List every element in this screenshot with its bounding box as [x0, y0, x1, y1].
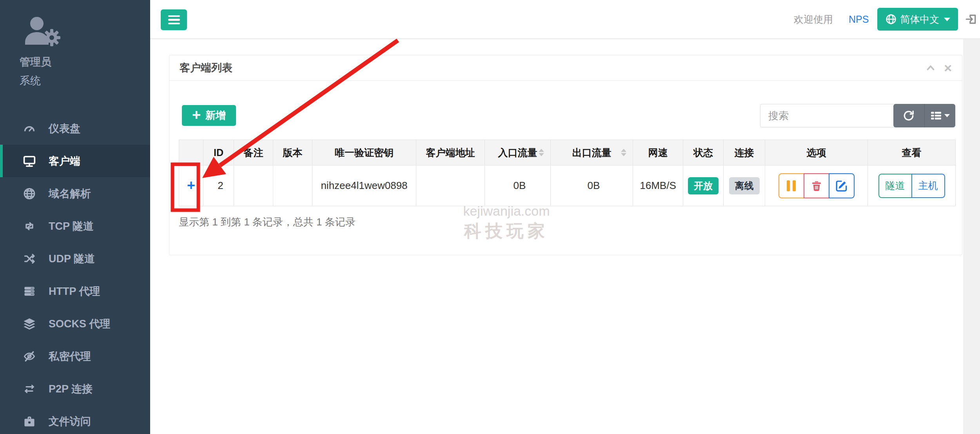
- col-traffic-in[interactable]: 入口流量: [485, 140, 551, 165]
- connection-badge: 离线: [729, 177, 760, 194]
- page-wrapper: 客户端列表 × + 新增: [150, 39, 980, 434]
- cell-status: 开放: [683, 165, 724, 206]
- welcome-text: 欢迎使用: [794, 13, 833, 26]
- sidebar-item-secret-proxy[interactable]: 私密代理: [0, 340, 150, 372]
- plus-icon: +: [192, 107, 201, 122]
- watermark-text: 科技玩家: [420, 220, 593, 243]
- edit-icon: [835, 180, 848, 192]
- sidebar-item-domains[interactable]: 域名解析: [0, 177, 150, 210]
- add-client-button[interactable]: + 新增: [182, 105, 236, 126]
- monitor-icon: [22, 154, 37, 168]
- table-toolbar-group: [893, 104, 955, 127]
- eye-slash-icon: [22, 350, 37, 363]
- sort-icons[interactable]: [621, 149, 626, 156]
- view-tunnels-button[interactable]: 隧道: [878, 174, 912, 198]
- cell-remark: [234, 165, 273, 206]
- hamburger-icon: [168, 15, 180, 17]
- delete-button[interactable]: [804, 173, 829, 198]
- sidebar-item-file-access[interactable]: 文件访问: [0, 405, 150, 434]
- sort-icons[interactable]: [539, 149, 544, 156]
- view-hosts-button[interactable]: 主机: [911, 174, 945, 198]
- profile-name: 管理员: [20, 55, 150, 69]
- sidebar-item-label: HTTP 代理: [49, 284, 100, 298]
- sidebar-item-label: TCP 隧道: [49, 219, 94, 233]
- logout-button[interactable]: 退出: [965, 12, 980, 26]
- user-gear-icon: [20, 15, 67, 49]
- exchange-icon: [22, 382, 37, 396]
- cell-version: [273, 165, 312, 206]
- chevron-down-icon: [944, 114, 950, 117]
- columns-icon: [930, 110, 942, 122]
- trash-icon: [811, 180, 822, 192]
- sidebar-item-udp-tunnel[interactable]: UDP 隧道: [0, 242, 150, 275]
- pagination-summary: 显示第 1 到第 1 条记录，总共 1 条记录: [179, 215, 356, 229]
- cell-address: [416, 165, 485, 206]
- top-navbar: 欢迎使用 NPS 简体中文 退出: [150, 0, 980, 39]
- pause-button[interactable]: [779, 173, 804, 198]
- client-list-panel: 客户端列表 × + 新增: [169, 55, 962, 255]
- cell-traffic-in: 0B: [485, 165, 551, 206]
- server-icon: [22, 285, 37, 298]
- client-table: ID 备注 版本 唯一验证密钥 客户端地址 入口流量 出口流量 网速 状态 连接…: [179, 140, 956, 206]
- sidebar-profile: 管理员 系统: [0, 0, 150, 88]
- language-label: 简体中文: [900, 13, 939, 26]
- refresh-button[interactable]: [893, 104, 924, 127]
- col-status: 状态: [683, 140, 724, 165]
- globe-icon: [885, 13, 897, 25]
- navbar-right: 欢迎使用 NPS 简体中文 退出: [794, 0, 980, 38]
- col-vkey: 唯一验证密钥: [312, 140, 416, 165]
- sidebar-item-dashboard[interactable]: 仪表盘: [0, 112, 150, 145]
- sidebar-item-label: 客户端: [49, 154, 80, 168]
- panel-title: 客户端列表: [180, 61, 232, 75]
- hamburger-menu-button[interactable]: [161, 9, 187, 30]
- panel-header: 客户端列表 ×: [169, 55, 962, 81]
- sidebar-item-label: P2P 连接: [49, 382, 93, 396]
- col-connection: 连接: [724, 140, 765, 165]
- sidebar-item-socks-proxy[interactable]: SOCKS 代理: [0, 307, 150, 340]
- status-badge: 开放: [688, 177, 719, 194]
- brand-link[interactable]: NPS: [849, 14, 869, 25]
- col-speed: 网速: [633, 140, 683, 165]
- col-id: ID: [203, 140, 234, 165]
- cell-view: 隧道 主机: [868, 165, 956, 206]
- col-remark: 备注: [234, 140, 273, 165]
- sidebar-item-http-proxy[interactable]: HTTP 代理: [0, 275, 150, 307]
- search-input[interactable]: [760, 104, 897, 127]
- sidebar-item-tcp-tunnel[interactable]: TCP 隧道: [0, 210, 150, 242]
- sidebar-item-label: 私密代理: [49, 349, 91, 363]
- sidebar-item-label: 文件访问: [49, 414, 91, 429]
- globe-icon: [22, 187, 37, 200]
- col-view: 查看: [868, 140, 956, 165]
- refresh-icon: [902, 109, 915, 122]
- sidebar-item-clients[interactable]: 客户端: [0, 145, 150, 177]
- col-address: 客户端地址: [416, 140, 485, 165]
- watermark: kejiwanjia.com 科技玩家: [420, 203, 593, 243]
- profile-role: 系统: [20, 74, 150, 88]
- close-panel-icon[interactable]: ×: [944, 61, 952, 74]
- col-expand: [179, 140, 203, 165]
- layers-icon: [22, 317, 37, 330]
- sidebar-menu: 仪表盘 客户端 域名解析 TCP 隧道 UDP 隧道: [0, 112, 150, 434]
- sidebar-item-label: 仪表盘: [49, 122, 80, 136]
- collapse-panel-icon[interactable]: [925, 62, 936, 73]
- language-dropdown-button[interactable]: 简体中文: [877, 8, 958, 31]
- shuffle-icon: [22, 252, 37, 265]
- cell-id: 2: [203, 165, 234, 206]
- vertical-scrollbar[interactable]: [963, 39, 980, 434]
- sidebar-item-p2p[interactable]: P2P 连接: [0, 372, 150, 405]
- cell-traffic-out: 0B: [551, 165, 633, 206]
- add-button-label: 新增: [205, 109, 226, 122]
- chevron-down-icon: [944, 18, 950, 21]
- edit-button[interactable]: [829, 173, 855, 198]
- cell-options: [765, 165, 868, 206]
- table-row: + 2 nihzee4l1wew0898 0B 0B 16MB/S 开放 离线: [179, 165, 956, 206]
- columns-dropdown-button[interactable]: [924, 104, 956, 127]
- col-traffic-out[interactable]: 出口流量: [551, 140, 633, 165]
- expand-row-button[interactable]: +: [187, 177, 195, 193]
- cell-vkey: nihzee4l1wew0898: [312, 165, 416, 206]
- retweet-icon: [22, 220, 37, 233]
- sidebar: 管理员 系统 仪表盘 客户端 域名解析 TCP 隧道: [0, 0, 150, 434]
- sidebar-item-label: UDP 隧道: [49, 252, 95, 266]
- sign-out-icon: [965, 13, 977, 25]
- cell-connection: 离线: [724, 165, 765, 206]
